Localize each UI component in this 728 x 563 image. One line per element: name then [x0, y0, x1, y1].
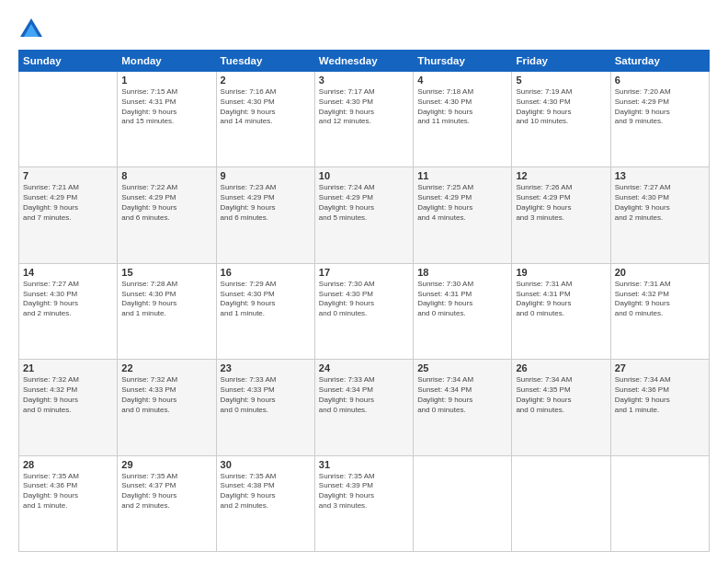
day-number: 6	[615, 75, 705, 86]
day-info: Sunrise: 7:22 AM Sunset: 4:29 PM Dayligh…	[121, 183, 211, 223]
header	[18, 17, 710, 42]
calendar-cell: 5Sunrise: 7:19 AM Sunset: 4:30 PM Daylig…	[512, 72, 610, 167]
day-number: 17	[319, 267, 409, 278]
calendar-week-3: 14Sunrise: 7:27 AM Sunset: 4:30 PM Dayli…	[19, 263, 710, 359]
day-number: 7	[23, 170, 113, 181]
day-number: 13	[615, 170, 705, 181]
day-number: 3	[319, 75, 409, 86]
calendar-cell: 26Sunrise: 7:34 AM Sunset: 4:35 PM Dayli…	[512, 360, 610, 455]
day-info: Sunrise: 7:28 AM Sunset: 4:30 PM Dayligh…	[121, 280, 211, 319]
day-info: Sunrise: 7:27 AM Sunset: 4:30 PM Dayligh…	[23, 280, 113, 319]
calendar-cell: 20Sunrise: 7:31 AM Sunset: 4:32 PM Dayli…	[610, 263, 709, 359]
day-info: Sunrise: 7:20 AM Sunset: 4:29 PM Dayligh…	[615, 87, 705, 127]
day-number: 19	[516, 267, 606, 278]
calendar-cell: 30Sunrise: 7:35 AM Sunset: 4:38 PM Dayli…	[216, 455, 314, 551]
logo	[18, 17, 48, 42]
calendar-week-2: 7Sunrise: 7:21 AM Sunset: 4:29 PM Daylig…	[19, 167, 710, 263]
calendar-cell	[610, 455, 709, 551]
day-info: Sunrise: 7:30 AM Sunset: 4:30 PM Dayligh…	[319, 280, 409, 319]
calendar-cell: 12Sunrise: 7:26 AM Sunset: 4:29 PM Dayli…	[512, 167, 610, 263]
calendar-cell: 25Sunrise: 7:34 AM Sunset: 4:34 PM Dayli…	[414, 360, 512, 455]
calendar-cell: 1Sunrise: 7:15 AM Sunset: 4:31 PM Daylig…	[118, 72, 216, 167]
day-info: Sunrise: 7:18 AM Sunset: 4:30 PM Dayligh…	[417, 87, 507, 127]
day-number: 11	[417, 170, 507, 181]
day-number: 31	[319, 459, 409, 470]
day-number: 23	[221, 362, 311, 373]
calendar-cell: 24Sunrise: 7:33 AM Sunset: 4:34 PM Dayli…	[314, 360, 413, 455]
calendar-cell: 2Sunrise: 7:16 AM Sunset: 4:30 PM Daylig…	[216, 72, 314, 167]
day-info: Sunrise: 7:34 AM Sunset: 4:35 PM Dayligh…	[516, 375, 606, 415]
day-info: Sunrise: 7:23 AM Sunset: 4:29 PM Dayligh…	[221, 183, 311, 223]
logo-icon	[18, 17, 44, 42]
day-number: 20	[615, 267, 705, 278]
day-info: Sunrise: 7:25 AM Sunset: 4:29 PM Dayligh…	[417, 183, 507, 223]
day-info: Sunrise: 7:19 AM Sunset: 4:30 PM Dayligh…	[516, 87, 606, 127]
day-info: Sunrise: 7:16 AM Sunset: 4:30 PM Dayligh…	[221, 87, 311, 127]
day-header-wednesday: Wednesday	[314, 51, 413, 72]
day-number: 18	[417, 267, 507, 278]
day-header-sunday: Sunday	[19, 51, 118, 72]
calendar-cell: 27Sunrise: 7:34 AM Sunset: 4:36 PM Dayli…	[610, 360, 709, 455]
day-header-tuesday: Tuesday	[216, 51, 314, 72]
day-info: Sunrise: 7:35 AM Sunset: 4:36 PM Dayligh…	[23, 472, 113, 511]
calendar-cell: 13Sunrise: 7:27 AM Sunset: 4:30 PM Dayli…	[610, 167, 709, 263]
day-info: Sunrise: 7:26 AM Sunset: 4:29 PM Dayligh…	[516, 183, 606, 223]
day-number: 8	[121, 170, 211, 181]
day-number: 22	[121, 362, 211, 373]
calendar-cell: 15Sunrise: 7:28 AM Sunset: 4:30 PM Dayli…	[118, 263, 216, 359]
day-number: 16	[221, 267, 311, 278]
day-info: Sunrise: 7:34 AM Sunset: 4:34 PM Dayligh…	[417, 375, 507, 415]
day-number: 14	[23, 267, 113, 278]
page: SundayMondayTuesdayWednesdayThursdayFrid…	[0, 0, 728, 563]
day-number: 12	[516, 170, 606, 181]
calendar-cell: 28Sunrise: 7:35 AM Sunset: 4:36 PM Dayli…	[19, 455, 118, 551]
calendar-cell	[414, 455, 512, 551]
calendar-header-row: SundayMondayTuesdayWednesdayThursdayFrid…	[19, 51, 710, 72]
day-info: Sunrise: 7:32 AM Sunset: 4:32 PM Dayligh…	[23, 375, 113, 415]
calendar-cell: 19Sunrise: 7:31 AM Sunset: 4:31 PM Dayli…	[512, 263, 610, 359]
day-header-friday: Friday	[512, 51, 610, 72]
calendar-cell: 16Sunrise: 7:29 AM Sunset: 4:30 PM Dayli…	[216, 263, 314, 359]
calendar-cell: 4Sunrise: 7:18 AM Sunset: 4:30 PM Daylig…	[414, 72, 512, 167]
day-number: 1	[121, 75, 211, 86]
day-number: 26	[516, 362, 606, 373]
day-number: 27	[615, 362, 705, 373]
calendar: SundayMondayTuesdayWednesdayThursdayFrid…	[18, 50, 710, 552]
day-info: Sunrise: 7:31 AM Sunset: 4:31 PM Dayligh…	[516, 280, 606, 319]
calendar-week-5: 28Sunrise: 7:35 AM Sunset: 4:36 PM Dayli…	[19, 455, 710, 551]
day-info: Sunrise: 7:29 AM Sunset: 4:30 PM Dayligh…	[221, 280, 311, 319]
calendar-cell: 3Sunrise: 7:17 AM Sunset: 4:30 PM Daylig…	[314, 72, 413, 167]
calendar-cell	[512, 455, 610, 551]
day-info: Sunrise: 7:35 AM Sunset: 4:39 PM Dayligh…	[319, 472, 409, 511]
day-info: Sunrise: 7:30 AM Sunset: 4:31 PM Dayligh…	[417, 280, 507, 319]
calendar-cell	[19, 72, 118, 167]
day-info: Sunrise: 7:35 AM Sunset: 4:37 PM Dayligh…	[121, 472, 211, 511]
day-info: Sunrise: 7:32 AM Sunset: 4:33 PM Dayligh…	[121, 375, 211, 415]
calendar-cell: 21Sunrise: 7:32 AM Sunset: 4:32 PM Dayli…	[19, 360, 118, 455]
calendar-week-1: 1Sunrise: 7:15 AM Sunset: 4:31 PM Daylig…	[19, 72, 710, 167]
day-number: 10	[319, 170, 409, 181]
calendar-cell: 7Sunrise: 7:21 AM Sunset: 4:29 PM Daylig…	[19, 167, 118, 263]
day-info: Sunrise: 7:33 AM Sunset: 4:33 PM Dayligh…	[221, 375, 311, 415]
day-number: 2	[221, 75, 311, 86]
day-number: 28	[23, 459, 113, 470]
calendar-cell: 8Sunrise: 7:22 AM Sunset: 4:29 PM Daylig…	[118, 167, 216, 263]
day-number: 5	[516, 75, 606, 86]
day-number: 9	[221, 170, 311, 181]
day-number: 25	[417, 362, 507, 373]
day-number: 30	[221, 459, 311, 470]
calendar-cell: 11Sunrise: 7:25 AM Sunset: 4:29 PM Dayli…	[414, 167, 512, 263]
calendar-cell: 22Sunrise: 7:32 AM Sunset: 4:33 PM Dayli…	[118, 360, 216, 455]
calendar-cell: 17Sunrise: 7:30 AM Sunset: 4:30 PM Dayli…	[314, 263, 413, 359]
day-info: Sunrise: 7:33 AM Sunset: 4:34 PM Dayligh…	[319, 375, 409, 415]
day-number: 29	[121, 459, 211, 470]
calendar-cell: 9Sunrise: 7:23 AM Sunset: 4:29 PM Daylig…	[216, 167, 314, 263]
day-header-monday: Monday	[118, 51, 216, 72]
day-header-thursday: Thursday	[414, 51, 512, 72]
day-number: 24	[319, 362, 409, 373]
day-info: Sunrise: 7:17 AM Sunset: 4:30 PM Dayligh…	[319, 87, 409, 127]
day-header-saturday: Saturday	[610, 51, 709, 72]
day-number: 4	[417, 75, 507, 86]
day-info: Sunrise: 7:27 AM Sunset: 4:30 PM Dayligh…	[615, 183, 705, 223]
day-number: 21	[23, 362, 113, 373]
